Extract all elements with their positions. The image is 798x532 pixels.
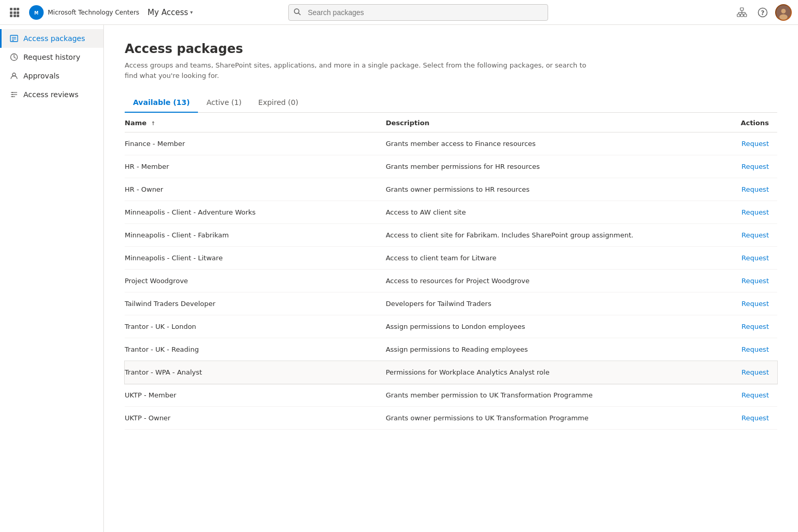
request-button[interactable]: Request [741,277,769,285]
table-row: Minneapolis - Client - LitwareAccess to … [125,247,777,270]
package-name-cell: Minneapolis - Client - Fabrikam [125,224,385,247]
page-title: Access packages [125,42,777,56]
request-button[interactable]: Request [741,231,769,239]
package-description-cell: Assign permissions to London employees [385,315,712,338]
svg-rect-15 [740,14,743,17]
package-name-cell: Trantor - WPA - Analyst [125,361,385,384]
request-button[interactable]: Request [741,140,769,148]
user-avatar[interactable] [775,4,792,21]
sidebar-item-approvals[interactable]: Approvals [0,66,103,85]
sidebar-item-label: Approvals [23,72,59,80]
table-row: HR - MemberGrants member permissions for… [125,155,777,178]
column-header-actions: Actions [712,113,777,132]
request-button[interactable]: Request [741,345,769,353]
package-description-cell: Grants owner permissions to HR resources [385,178,712,201]
package-name-cell: Finance - Member [125,132,385,155]
package-actions-cell: Request [712,361,777,384]
package-name-cell: Trantor - UK - London [125,315,385,338]
top-navigation: M Microsoft Technology Centers My Access… [0,0,798,25]
chevron-down-icon: ▾ [190,9,193,15]
package-name-cell: Trantor - UK - Reading [125,338,385,361]
svg-text:M: M [34,11,38,16]
svg-rect-16 [744,14,747,17]
column-header-name[interactable]: Name ↑ [125,113,385,132]
app-brand-button[interactable]: My Access ▾ [148,8,193,17]
request-history-icon [10,53,18,61]
request-button[interactable]: Request [741,391,769,399]
packages-table-container: Name ↑ Description Actions Finance - Mem… [125,113,777,430]
svg-point-25 [781,9,786,14]
tab-available[interactable]: Available (13) [125,93,198,113]
svg-point-37 [12,94,13,95]
top-nav-actions: ? [734,4,792,21]
sidebar: Access packages Request history Approval… [0,25,104,532]
tab-active[interactable]: Active (1) [198,93,250,113]
request-button[interactable]: Request [741,414,769,422]
package-actions-cell: Request [712,315,777,338]
search-container [288,4,548,21]
column-header-description: Description [385,113,712,132]
package-description-cell: Assign permissions to Reading employees [385,338,712,361]
package-actions-cell: Request [712,384,777,407]
table-row: Minneapolis - Client - Adventure WorksAc… [125,201,777,224]
package-description-cell: Access to AW client site [385,201,712,224]
table-row: Trantor - UK - ReadingAssign permissions… [125,338,777,361]
waffle-menu-button[interactable] [6,4,23,21]
access-packages-icon [10,34,18,43]
request-button[interactable]: Request [741,185,769,193]
svg-rect-8 [17,15,19,17]
svg-line-12 [299,13,301,15]
access-reviews-icon [10,90,18,99]
tab-expired[interactable]: Expired (0) [250,93,307,113]
sidebar-item-access-reviews[interactable]: Access reviews [0,85,103,104]
svg-rect-14 [737,14,740,17]
search-icon [294,8,301,17]
table-row: UKTP - OwnerGrants owner permissions to … [125,407,777,430]
package-description-cell: Grants member permission to UK Transform… [385,384,712,407]
package-name-cell: Minneapolis - Client - Litware [125,247,385,270]
org-chart-button[interactable] [734,4,750,21]
request-button[interactable]: Request [741,323,769,330]
package-name-cell: Tailwind Traders Developer [125,292,385,315]
main-layout: Access packages Request history Approval… [0,25,798,532]
request-button[interactable]: Request [741,163,769,170]
approvals-icon [10,72,18,80]
request-button[interactable]: Request [741,254,769,262]
request-button[interactable]: Request [741,208,769,216]
svg-rect-0 [10,8,12,10]
package-actions-cell: Request [712,178,777,201]
svg-rect-13 [740,8,743,10]
app-logo: M Microsoft Technology Centers [29,5,139,20]
sidebar-item-label: Request history [23,53,80,61]
package-description-cell: Access to resources for Project Woodgrov… [385,270,712,292]
page-description: Access groups and teams, SharePoint site… [125,60,592,81]
help-button[interactable]: ? [754,4,771,21]
svg-point-38 [12,96,13,97]
package-description-cell: Grants member permissions for HR resourc… [385,155,712,178]
package-name-cell: HR - Owner [125,178,385,201]
request-button[interactable]: Request [741,368,769,376]
svg-point-36 [12,92,13,93]
package-description-cell: Access to client team for Litware [385,247,712,270]
svg-rect-4 [14,11,16,14]
sidebar-item-request-history[interactable]: Request history [0,48,103,66]
package-actions-cell: Request [712,155,777,178]
svg-text:?: ? [761,9,764,17]
sidebar-item-access-packages[interactable]: Access packages [0,29,103,48]
search-input[interactable] [288,4,548,21]
package-actions-cell: Request [712,132,777,155]
sort-ascending-icon: ↑ [151,121,155,126]
package-name-cell: Project Woodgrove [125,270,385,292]
table-row: UKTP - MemberGrants member permission to… [125,384,777,407]
package-description-cell: Access to client site for Fabrikam. Incl… [385,224,712,247]
package-description-cell: Developers for Tailwind Traders [385,292,712,315]
table-row: Minneapolis - Client - FabrikamAccess to… [125,224,777,247]
package-name-cell: UKTP - Owner [125,407,385,430]
table-row: Finance - MemberGrants member access to … [125,132,777,155]
sidebar-item-label: Access reviews [23,90,78,99]
main-content: Access packages Access groups and teams,… [104,25,798,532]
package-actions-cell: Request [712,224,777,247]
svg-rect-5 [17,11,19,14]
request-button[interactable]: Request [741,300,769,308]
tab-bar: Available (13) Active (1) Expired (0) [125,93,777,113]
